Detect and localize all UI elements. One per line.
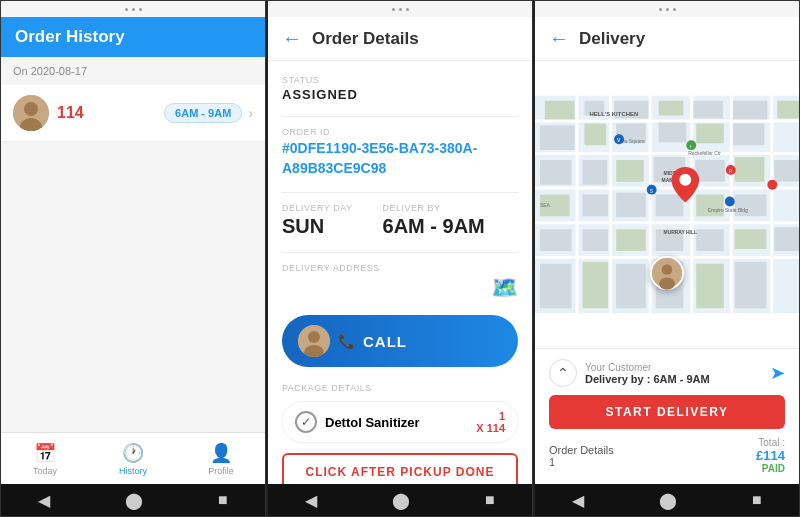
svg-rect-12 xyxy=(733,101,768,121)
svg-rect-51 xyxy=(576,96,579,314)
svg-rect-13 xyxy=(777,101,799,119)
delivery-title: Delivery xyxy=(579,29,645,49)
svg-rect-14 xyxy=(540,125,575,150)
start-delivery-button[interactable]: START DELIVERY xyxy=(549,395,785,429)
svg-rect-28 xyxy=(582,195,608,217)
history-icon: 🕐 xyxy=(122,442,144,464)
nav-today[interactable]: 📅 Today xyxy=(1,433,89,484)
svg-text:Rockefeller Ctr: Rockefeller Ctr xyxy=(688,151,721,156)
paid-badge: PAID xyxy=(756,463,785,474)
total-value: £114 xyxy=(756,448,785,463)
back-btn-1[interactable]: ◀ xyxy=(38,491,50,510)
order-history-title: Order History xyxy=(15,27,251,47)
order-details-title: Order Details xyxy=(312,29,419,49)
nav-profile[interactable]: 👤 Profile xyxy=(177,433,265,484)
order-details-header: ← Order Details xyxy=(268,17,532,61)
customer-delivery-time: Delivery by : 6AM - 9AM xyxy=(585,373,710,385)
svg-point-73 xyxy=(767,180,777,190)
svg-rect-49 xyxy=(535,221,799,224)
today-icon: 📅 xyxy=(34,442,56,464)
back-arrow-delivery-icon[interactable]: ← xyxy=(549,27,569,50)
back-btn-2[interactable]: ◀ xyxy=(305,491,317,510)
status-bar-2 xyxy=(268,1,532,17)
svg-rect-37 xyxy=(696,229,724,251)
svg-text:HELL'S KITCHEN: HELL'S KITCHEN xyxy=(589,111,638,117)
map-icon[interactable]: 🗺️ xyxy=(491,275,518,301)
square-btn-2[interactable]: ■ xyxy=(485,491,495,509)
deliver-by-col: DELIVER BY 6AM - 9AM xyxy=(383,203,485,238)
map-svg: HELL'S KITCHEN MIDTOWN MANHATTAN MURRAY … xyxy=(535,61,799,348)
square-btn-1[interactable]: ■ xyxy=(218,491,228,509)
back-btn-3[interactable]: ◀ xyxy=(572,491,584,510)
order-id-label: ORDER ID xyxy=(282,127,518,137)
svg-text:SEA: SEA xyxy=(540,203,551,208)
svg-rect-56 xyxy=(770,96,773,314)
delivery-time-row: DELIVERY DAY SUN DELIVER BY 6AM - 9AM xyxy=(282,203,518,238)
svg-rect-46 xyxy=(535,119,799,122)
delivery-header: ← Delivery xyxy=(535,17,799,61)
svg-rect-7 xyxy=(545,101,575,121)
home-btn-3[interactable]: ⬤ xyxy=(659,491,677,510)
order-date-label: On 2020-08-17 xyxy=(1,57,265,85)
android-nav-2: ◀ ⬤ ■ xyxy=(268,484,532,516)
svg-rect-22 xyxy=(616,160,644,182)
delivery-day-label: DELIVERY DAY xyxy=(282,203,353,213)
svg-rect-41 xyxy=(582,262,608,308)
svg-rect-26 xyxy=(774,160,799,182)
order-details-left: Order Details 1 xyxy=(549,444,614,468)
android-nav-3: ◀ ⬤ ■ xyxy=(535,484,799,516)
square-btn-3[interactable]: ■ xyxy=(752,491,762,509)
map-icon-row: 🗺️ xyxy=(282,275,518,301)
chevron-right-icon: › xyxy=(248,105,253,121)
home-btn-1[interactable]: ⬤ xyxy=(125,491,143,510)
svg-rect-30 xyxy=(656,195,684,217)
phone-order-history: Order History On 2020-08-17 114 6AM - 9A… xyxy=(0,0,266,517)
package-name: Dettol Sanitizer xyxy=(325,415,468,430)
phone-delivery: ← Delivery xyxy=(533,0,800,517)
back-arrow-icon[interactable]: ← xyxy=(282,27,302,50)
driver-avatar-map xyxy=(650,256,684,290)
svg-rect-17 xyxy=(659,120,687,142)
status-bar-3 xyxy=(535,1,799,17)
svg-rect-34 xyxy=(582,229,608,251)
status-value: ASSIGNED xyxy=(282,87,518,102)
order-list-item[interactable]: 114 6AM - 9AM › xyxy=(1,85,265,142)
order-history-header: Order History xyxy=(1,17,265,57)
svg-rect-48 xyxy=(535,187,799,190)
android-nav-1: ◀ ⬤ ■ xyxy=(1,484,265,516)
svg-point-75 xyxy=(679,174,691,186)
order-history-body: On 2020-08-17 114 6AM - 9AM › xyxy=(1,57,265,432)
call-avatar xyxy=(298,325,330,357)
nav-history[interactable]: 🕐 History xyxy=(89,433,177,484)
svg-point-1 xyxy=(24,102,38,116)
delivery-bottom-panel: ⌃ Your Customer Delivery by : 6AM - 9AM … xyxy=(535,348,799,484)
svg-rect-19 xyxy=(733,123,765,145)
svg-point-4 xyxy=(308,331,320,343)
navigate-icon[interactable]: ➤ xyxy=(770,362,785,384)
svg-rect-44 xyxy=(696,264,724,308)
check-icon: ✓ xyxy=(295,411,317,433)
svg-text:R: R xyxy=(729,169,733,174)
svg-rect-24 xyxy=(695,160,725,182)
nav-profile-label: Profile xyxy=(208,466,234,476)
delivery-day-value: SUN xyxy=(282,215,353,238)
chevron-up-button[interactable]: ⌃ xyxy=(549,359,577,387)
pickup-done-button[interactable]: CLICK AFTER PICKUP DONE xyxy=(282,453,518,484)
order-id-value: #0DFE1190-3E56-BA73-380A-A89B83CE9C98 xyxy=(282,139,518,178)
package-item: ✓ Dettol Sanitizer 1 X 114 xyxy=(282,401,518,443)
order-number: 114 xyxy=(57,104,164,122)
customer-info-row: ⌃ Your Customer Delivery by : 6AM - 9AM … xyxy=(549,359,785,387)
order-time-badge: 6AM - 9AM xyxy=(164,103,242,123)
nav-today-label: Today xyxy=(33,466,57,476)
map-container: HELL'S KITCHEN MIDTOWN MANHATTAN MURRAY … xyxy=(535,61,799,348)
package-details-label: PACKAGE DETAILS xyxy=(282,383,518,393)
call-button[interactable]: 📞 CALL xyxy=(282,315,518,367)
svg-point-78 xyxy=(659,277,675,289)
svg-text:MURRAY HILL: MURRAY HILL xyxy=(664,230,697,235)
order-total-right: Total : £114 PAID xyxy=(756,437,785,474)
delivery-day-col: DELIVERY DAY SUN xyxy=(282,203,353,238)
svg-point-77 xyxy=(662,264,673,275)
profile-icon: 👤 xyxy=(210,442,232,464)
svg-rect-33 xyxy=(540,229,572,251)
home-btn-2[interactable]: ⬤ xyxy=(392,491,410,510)
